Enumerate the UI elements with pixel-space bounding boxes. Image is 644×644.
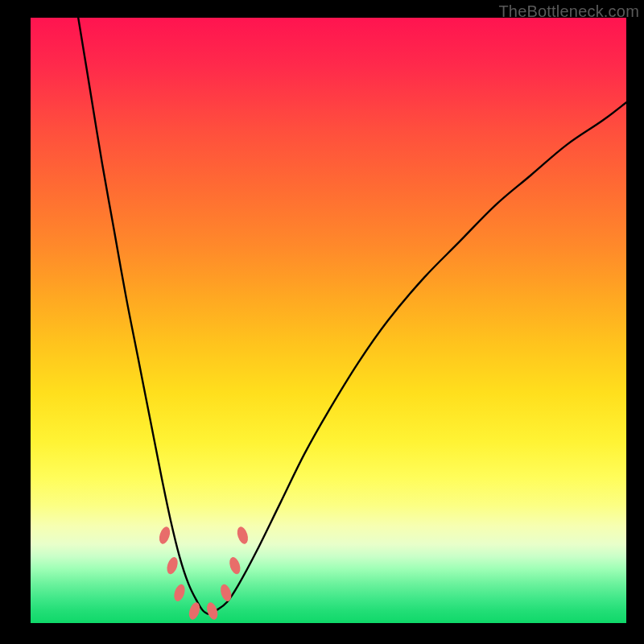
- chart-frame: TheBottleneck.com: [0, 0, 644, 644]
- curve-markers: [157, 526, 250, 621]
- bottleneck-curve: [78, 18, 626, 614]
- chart-svg: [31, 18, 626, 623]
- chart-plot-area: [31, 18, 626, 623]
- curve-marker: [205, 601, 220, 621]
- curve-marker: [157, 526, 171, 546]
- curve-marker: [235, 526, 250, 546]
- curve-marker: [165, 555, 180, 576]
- curve-marker: [219, 583, 233, 603]
- curve-marker: [228, 555, 242, 576]
- watermark-text: TheBottleneck.com: [498, 2, 639, 21]
- curve-marker: [172, 583, 187, 603]
